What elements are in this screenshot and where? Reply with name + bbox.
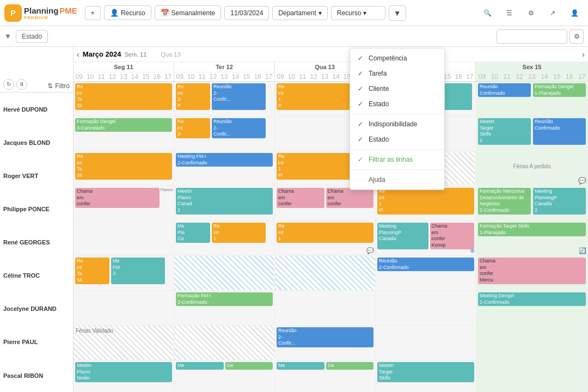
celine-wed[interactable] [174,256,275,290]
pierre-fri[interactable] [476,326,588,360]
event-chip-me[interactable]: Me [176,362,224,370]
estado-button[interactable]: Estado [16,30,48,43]
event-chip-reuniao2[interactable]: ReuniãoConfirmado [533,118,586,145]
resource-filter-input[interactable] [497,29,567,44]
celine-thu[interactable]: Reunião2-Confirmado [376,256,476,290]
event-chip-meetin[interactable]: MeetinPlanniNeder [75,362,172,382]
event-chip-chama[interactable]: ChamaemconferKonop [430,223,474,249]
herve-fri[interactable]: ReuniãoConfirmado Formação Dengel1-Plane… [476,82,588,116]
celine-wed2[interactable] [275,256,376,290]
search-button[interactable]: 🔍 [478,4,497,22]
herve-tue[interactable]: Reint2-P Reunião2-Confir... [174,82,275,116]
philippe-wed[interactable]: Chamaemconfer Chamaemconfer [275,186,376,220]
recurso-dropdown-button[interactable]: Recurso ▾ [331,6,385,20]
pascal-tue[interactable]: Me De [174,360,275,392]
pierre-thu[interactable] [376,326,476,360]
dropdown-item-indisponibilidade[interactable]: ✓ Indisponibilidade [350,117,444,132]
pierre-wed[interactable]: Reunião2-Confir... [275,326,376,360]
event-chip[interactable]: Reint2- [176,118,210,138]
pascal-fri[interactable] [476,360,588,392]
event-chip-formacao[interactable]: Formação Dengel1-Planejado [533,83,586,97]
philippe-tue[interactable]: MeetinPlanniCanad2 [174,186,275,220]
event-chip-chama[interactable]: ChamaemconferMercu [478,258,586,284]
event-chip[interactable]: Reint1 [277,223,373,243]
event-chip-chama2[interactable]: Chamaemconfer [277,188,324,208]
pause-icon[interactable]: ⏸ [16,79,27,90]
layers-button[interactable]: ☰ [500,4,518,22]
user-button[interactable]: 👤 [565,4,584,22]
event-chip-meeting[interactable]: MeetingPlanningPCanada [377,223,428,249]
roger-fri[interactable]: Férias A pedido 💬 [476,151,588,186]
philippe-wed2[interactable]: Reint1Pl [376,186,476,220]
event-chip-de[interactable]: De [225,362,273,370]
event-chip-meeting[interactable]: Meeting FM-i2-Confirmado [176,153,273,167]
semanalmente-button[interactable]: 📅 Semanalmente [155,5,222,20]
jocelyne-thu[interactable] [376,291,476,325]
pierre-mon[interactable]: Férias Validado [74,326,174,360]
rene-wed[interactable]: Reint1 💬 [275,221,376,255]
philippe-mon[interactable]: Chamaemconfer Planni [74,186,174,220]
event-chip-me2[interactable]: Me [277,362,324,370]
event-chip-meeting[interactable]: MeetinTargetSkills2 [478,118,531,145]
dropdown-item-competencia[interactable]: ✓ Competência [350,51,444,66]
event-chip-reunion[interactable]: Reunião2-Confir... [212,83,266,110]
pascal-thu[interactable]: MeetinTargetSkills [376,360,476,392]
filter-button[interactable]: ▼ [389,5,406,21]
prev-week-button[interactable]: ‹ [77,50,79,59]
dropdown-item-ajuda[interactable]: Ajuda [350,172,444,187]
pierre-tue[interactable] [174,326,275,360]
event-chip-meeting[interactable]: Meeting Dengel2-Confirmado [478,292,586,306]
event-chip-reuniao[interactable]: Reunião2-Confir... [212,118,266,138]
dropdown-item-estado2[interactable]: ✓ Estado [350,132,444,147]
event-chip-formacao[interactable]: Formação MercuriusDesenvolvimento de Neg… [478,188,531,215]
rene-thu[interactable]: MeetingPlanningPCanada ChamaemconferKono… [376,221,476,255]
jocelyne-tue[interactable]: Formação FM-i2-Confirmado [174,291,275,325]
event-chip-meeting[interactable]: MeFM2- [111,258,165,284]
departamento-button[interactable]: Departament ▾ [272,6,327,20]
next-week-button[interactable]: › [582,50,585,59]
pascal-mon[interactable]: MeetinPlanniNeder [74,360,174,392]
event-chip-chama3[interactable]: Chamaemconfer [326,188,374,208]
event-chip[interactable]: Reint1 [212,223,266,243]
pascal-wed[interactable]: Me De [275,360,376,392]
event-chip-reuniao[interactable]: Reunião2-Confir... [277,327,373,347]
dropdown-item-estado[interactable]: ✓ Estado [350,96,444,112]
rene-fri[interactable]: Formação Target Skills1-Planejado 🔄 [476,221,588,255]
add-button[interactable]: + [85,6,101,20]
celine-fri[interactable]: ChamaemconferMercu [476,256,588,290]
settings-button[interactable]: ⚙ [522,4,540,22]
jacques-tue[interactable]: Reint2- Reunião2-Confir... [174,117,275,151]
left-header-filter[interactable]: ⇅ Filtro [47,82,70,90]
celine-mon[interactable]: ReintTaSk MeFM2- [74,256,174,290]
event-chip[interactable]: Reint2-P [176,83,210,110]
philippe-fri[interactable]: Formação MercuriusDesenvolvimento de Neg… [476,186,588,220]
recurso-button[interactable]: 👤 Recurso [104,5,151,20]
event-chip-reuniao[interactable]: ReuniãoConfirmado [478,83,531,97]
event-chip-meetin2[interactable]: MeetinTargetSkills [377,362,474,382]
dropdown-item-filtrar[interactable]: ✓ Filtrar as linhas [350,152,444,167]
jacques-mon[interactable]: Formação Dengel3-Cancelado [74,117,174,151]
event-chip[interactable]: MePlaCa [176,223,210,243]
jacques-fri[interactable]: MeetinTargetSkills2 ReuniãoConfirmado [476,117,588,151]
roger-mon[interactable]: ReintTaSk [74,151,174,186]
event-chip-formacao[interactable]: Formação Target Skills1-Planejado [478,223,586,236]
dropdown-item-cliente[interactable]: ✓ Cliente [350,81,444,96]
dropdown-item-tarefa[interactable]: ✓ Tarefa [350,66,444,81]
event-chip[interactable]: ReintTaSk [75,153,172,180]
jocelyne-mon[interactable] [74,291,174,325]
event-chip[interactable]: ReintTaSk [75,258,109,284]
share-button[interactable]: ↗ [543,4,562,22]
roger-tue[interactable]: Meeting FM-i2-Confirmado [174,151,275,186]
event-chip-formacao[interactable]: Formação FM-i2-Confirmado [176,292,273,306]
jocelyne-fri[interactable]: Meeting Dengel2-Confirmado [476,291,588,325]
event-chip[interactable]: ReintTaSk [75,83,172,110]
event-chip-reuniao[interactable]: Reunião2-Confirmado [377,258,474,271]
event-chip-chama[interactable]: Chamaemconfer [75,188,160,208]
event-chip-formacao[interactable]: Formação Dengel3-Cancelado [75,118,172,132]
second-row-gear-button[interactable]: ⚙ [569,29,584,44]
rene-tue[interactable]: MePlaCa Reint1 [174,221,275,255]
event-chip-meeting[interactable]: MeetingPlanningPCanada2 [533,188,586,215]
refresh-icon[interactable]: ↻ [3,79,14,90]
event-chip-de2[interactable]: De [326,362,373,370]
date-button[interactable]: 11/03/2024 [224,6,269,20]
